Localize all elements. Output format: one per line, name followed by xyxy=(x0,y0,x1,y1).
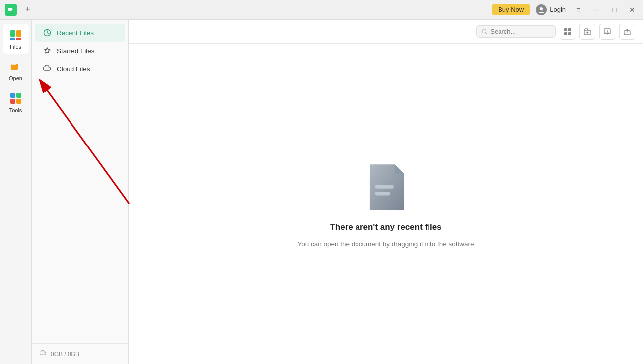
new-tab-button[interactable]: + xyxy=(22,4,34,16)
content-toolbar xyxy=(129,20,643,44)
search-icon xyxy=(482,28,487,35)
sidebar-item-starred[interactable]: Starred Files xyxy=(35,42,125,60)
svg-rect-20 xyxy=(375,192,390,195)
nav-item-open[interactable]: Open xyxy=(3,56,29,85)
svg-rect-8 xyxy=(16,93,21,98)
minimize-button[interactable]: ─ xyxy=(589,3,603,17)
svg-rect-4 xyxy=(10,38,15,40)
content-area: There aren't any recent files You can op… xyxy=(129,20,643,364)
login-button[interactable]: Login xyxy=(536,4,566,15)
export-button[interactable] xyxy=(619,24,635,40)
nav-open-label: Open xyxy=(9,75,22,81)
clock-icon xyxy=(43,28,52,37)
sidebar-item-cloud[interactable]: Cloud Files xyxy=(35,60,125,77)
maximize-button[interactable]: □ xyxy=(607,3,621,17)
content-body: There aren't any recent files You can op… xyxy=(129,44,643,364)
nav-icons: Files Open Tools xyxy=(0,20,32,364)
empty-state-title: There aren't any recent files xyxy=(330,222,441,232)
svg-rect-5 xyxy=(16,38,21,40)
app-logo xyxy=(4,3,18,17)
open-icon xyxy=(9,60,23,73)
nav-item-files[interactable]: Files xyxy=(3,24,29,54)
svg-rect-13 xyxy=(564,28,567,31)
window-controls: ≡ ─ □ ✕ xyxy=(572,3,639,17)
svg-rect-3 xyxy=(16,30,21,37)
nav-tools-label: Tools xyxy=(9,107,22,113)
empty-state-icon xyxy=(358,160,413,215)
main-layout: Files Open Tools xyxy=(0,20,643,364)
star-icon xyxy=(43,46,52,55)
empty-state-subtitle: You can open the document by dragging it… xyxy=(297,240,474,248)
tools-icon xyxy=(9,91,23,105)
svg-rect-14 xyxy=(568,28,571,31)
titlebar-right: Buy Now Login ≡ ─ □ ✕ xyxy=(492,3,639,17)
cloud-icon xyxy=(43,64,52,73)
nav-files-label: Files xyxy=(10,44,21,50)
storage-label: 0GB / 0GB xyxy=(51,351,79,358)
recent-files-label: Recent Files xyxy=(57,29,94,37)
add-folder-button[interactable] xyxy=(579,24,595,40)
titlebar-left: + xyxy=(4,3,34,17)
sidebar-menu: Recent Files Starred Files Cloud Files xyxy=(32,20,128,343)
files-icon xyxy=(9,28,23,42)
svg-rect-7 xyxy=(10,93,15,98)
search-input[interactable] xyxy=(490,28,550,35)
hamburger-button[interactable]: ≡ xyxy=(572,3,585,17)
svg-rect-19 xyxy=(375,185,394,188)
svg-rect-2 xyxy=(10,30,15,37)
close-button[interactable]: ✕ xyxy=(625,3,639,17)
titlebar: + Buy Now Login ≡ ─ □ ✕ xyxy=(0,0,643,20)
login-label: Login xyxy=(550,6,566,13)
sidebar-footer: 0GB / 0GB xyxy=(32,343,128,364)
svg-point-1 xyxy=(540,7,543,10)
svg-rect-9 xyxy=(10,99,15,104)
starred-files-label: Starred Files xyxy=(57,47,95,55)
svg-rect-16 xyxy=(568,32,571,35)
login-avatar xyxy=(536,4,547,15)
cloud-storage-icon xyxy=(40,350,47,358)
buy-now-button[interactable]: Buy Now xyxy=(492,4,530,15)
cloud-files-label: Cloud Files xyxy=(57,65,90,73)
svg-rect-10 xyxy=(16,99,21,104)
search-box[interactable] xyxy=(476,25,556,38)
grid-view-button[interactable] xyxy=(560,24,575,40)
sidebar: Recent Files Starred Files Cloud Files xyxy=(32,20,129,364)
import-button[interactable] xyxy=(599,24,615,40)
sidebar-item-recent[interactable]: Recent Files xyxy=(35,24,125,42)
svg-rect-15 xyxy=(564,32,567,35)
nav-item-tools[interactable]: Tools xyxy=(3,87,29,117)
